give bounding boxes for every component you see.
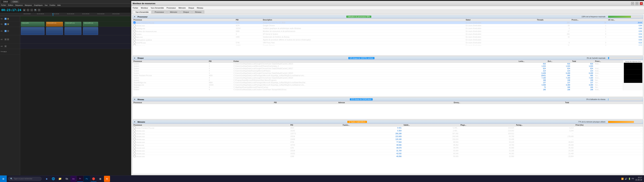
proc-check-7[interactable] — [134, 42, 136, 44]
processor-row-6[interactable]: Interruptions système - Appels de procéd… — [132, 38, 643, 41]
processor-row-0[interactable]: Adobe Premiere Pro.exe 4500 Adobe Premie… — [132, 21, 643, 24]
rm-menu-fichier[interactable]: Fichier — [133, 7, 138, 9]
tool-select[interactable]: ↔ — [30, 9, 33, 12]
search-input[interactable] — [14, 178, 40, 180]
track-btn-v2-lock[interactable]: 🔒 — [7, 18, 9, 20]
rm-menu-reseau[interactable]: Réseau — [197, 7, 203, 9]
clip-a1-1[interactable] — [21, 27, 44, 35]
menu-edition[interactable]: Édition — [8, 4, 13, 6]
track-btn-a1-m[interactable]: M — [4, 30, 6, 32]
rm-menu-vue[interactable]: Vue d'ensemble — [151, 7, 164, 9]
mem-col-proc[interactable]: Processus — [132, 124, 289, 126]
mem-check-6[interactable] — [134, 144, 136, 146]
processor-row-7[interactable]: VmVP95.exe 5740 VMI Proxy Host En cours … — [132, 41, 643, 44]
start-button[interactable]: ⊞ — [0, 176, 7, 182]
tool-zoom[interactable]: 🔍 — [34, 9, 37, 12]
memory-row-6[interactable]: Teams.exe 10704 49,566 48,352 19,760 35,… — [132, 144, 643, 146]
rm-minimize-btn[interactable]: ─ — [631, 2, 634, 5]
rm-menu-moniteur[interactable]: Moniteur — [141, 7, 148, 9]
menu-graphiques[interactable]: Graphiques — [34, 4, 42, 6]
disk-row-3[interactable]: System 4 C:\Users\God\AppData\Roaming\Mi… — [132, 70, 623, 72]
tab-c0010[interactable]: C0010 — [1, 0, 10, 3]
rm-menu-memoire[interactable]: Mémoire — [178, 7, 186, 9]
memory-row-4[interactable]: chrome.exe 10468 120,160 156,624 23,408 … — [132, 138, 643, 141]
rm-tab-processor[interactable]: Processeur — [152, 10, 167, 14]
mem-col-range[interactable]: Plage... — [459, 124, 515, 126]
memory-row-3[interactable]: chrome.exe 15536 222,609 240,540 63,700 … — [132, 135, 643, 138]
proc-check-6[interactable] — [134, 38, 136, 40]
menu-fichier[interactable]: Fichier — [1, 4, 6, 6]
proc-check-4[interactable] — [134, 33, 136, 35]
disk-row-8[interactable]: SkypeBridge.exe 9984 C:\Users\God\AppDat… — [132, 81, 623, 84]
mem-col-faults[interactable]: Fautes... — [342, 124, 402, 126]
taskbar-app-ae[interactable]: Ae — [70, 176, 76, 182]
memory-row-1[interactable]: chrome.exe 16292 0.354 2,483... 218,592 … — [132, 129, 643, 132]
disk-col-read[interactable]: Lectu... — [518, 60, 547, 63]
memory-row-10[interactable]: chrome.exe 2180 40,056 55,920 22,560 23,… — [132, 155, 643, 158]
tool-text[interactable]: T — [38, 9, 40, 12]
disk-row-0[interactable]: System 4 C:\Users\God\AppData\Local\Goog… — [132, 62, 623, 65]
taskbar-app-cortana[interactable]: ◉ — [44, 176, 50, 182]
clip-a1-3[interactable] — [64, 27, 81, 35]
disk-col-prio[interactable]: Priori... — [594, 60, 623, 63]
net-col-proc[interactable]: Processus — [132, 101, 273, 104]
disk-row-10[interactable]: System 4 C:\AppData\Roaming\Microsoft\Te… — [132, 86, 623, 88]
disk-row-6[interactable]: System 4 C:\Users\God\AppData\Local\Goog… — [132, 77, 623, 79]
disk-row-7[interactable]: System 4 C:\ProgramData\Microsoft\Window… — [132, 79, 623, 81]
clip-v1-1[interactable]: C0010.MP4 — [21, 22, 44, 26]
clip-a1-4[interactable] — [83, 27, 98, 35]
memory-section-header[interactable]: ▼ Mémoire 17 fautes matérielles/s 77% de… — [132, 120, 643, 124]
taskbar-app-store[interactable]: 🛍 — [64, 176, 70, 182]
clip-v1-2[interactable]: C0010.MP4 (V) — [46, 22, 63, 26]
memory-row-2[interactable]: chrome.exe 133772 200,268 307,592 329,91… — [132, 132, 643, 135]
processor-row-4[interactable]: System 4 NT Kernel & System En cours d'e… — [132, 33, 643, 36]
proc-col-desc[interactable]: Description — [262, 18, 465, 21]
disk-col-write[interactable]: Écri... — [547, 60, 571, 63]
disk-row-2[interactable]: System 4 C:\Users\God\AppData\Local\Goog… — [132, 67, 623, 70]
net-col-pid[interactable]: PID — [273, 101, 338, 104]
disk-table-container[interactable]: Processus PID Fichier Lectu... Écri... T… — [132, 60, 643, 90]
network-table-container[interactable]: Processus PID Adresse Envoy... Total — [132, 101, 643, 104]
memory-row-9[interactable]: chrome.exe 10252 42,532 65,540 49,392 22… — [132, 152, 643, 155]
rm-tab-network[interactable]: Réseau — [192, 10, 204, 14]
menu-vue[interactable]: Vue — [44, 4, 48, 6]
processor-section-header[interactable]: ▼ Processeur Utilisation du processeur 6… — [132, 15, 643, 18]
clip-v1-3[interactable]: C0010.MP4 (V) — [64, 22, 81, 26]
tab-c0026[interactable]: C0026 — [11, 0, 19, 3]
proc-col-name[interactable]: Processus — [132, 18, 235, 21]
disk-row-5[interactable]: Adobe Premiere Pro.exe 4500 C:\Users\God… — [132, 74, 623, 77]
mem-check-2[interactable] — [134, 132, 136, 134]
net-col-send[interactable]: Envoy... — [453, 101, 564, 104]
proc-check-2[interactable] — [134, 27, 136, 29]
track-content-area[interactable]: C0010.MP4 C0010.MP4 (V) C0010.MP4 (V) C0… — [20, 16, 131, 178]
menu-fenetre[interactable]: Fenêtre — [50, 4, 55, 6]
proc-col-status[interactable]: Statut — [465, 18, 536, 21]
disk-row-4[interactable]: System 4 C:\Users\God\AppData\Local\Goog… — [132, 72, 623, 74]
disk-col-proc[interactable]: Processus — [132, 60, 208, 63]
disk-col-pid[interactable]: PID — [208, 60, 232, 63]
clip-v1-4[interactable]: C0010.MP4 (V) — [83, 22, 98, 26]
rm-menu-disque[interactable]: Disque — [188, 7, 194, 9]
proc-col-proc[interactable]: Proces... — [570, 18, 607, 21]
taskbar-app-explorer[interactable]: 📁 — [57, 176, 63, 182]
mem-col-pid[interactable]: PID — [289, 124, 342, 126]
proc-check-0[interactable] — [134, 22, 136, 24]
mem-col-validated[interactable]: Validé... — [402, 124, 459, 126]
mem-check-0[interactable] — [134, 127, 136, 129]
mem-check-5[interactable] — [134, 141, 136, 143]
rm-close-btn[interactable]: ✕ — [640, 2, 643, 5]
track-btn-a1-s[interactable]: S — [7, 30, 9, 32]
processor-row-8[interactable]: chrome.exe 10468 Google Chrome En cours … — [132, 44, 643, 46]
track-btn-a2-s[interactable]: S — [7, 38, 9, 40]
disk-row-1[interactable]: System 4 C:\Users\God\AppData\Local\Micr… — [132, 65, 623, 67]
rm-tab-disk[interactable]: Disque — [180, 10, 192, 14]
processor-row-1[interactable]: chrome.exe 9276 Google Chrome En cours d… — [132, 24, 643, 27]
taskbar-app-ai[interactable]: Ai — [104, 176, 110, 182]
disk-col-total[interactable]: Total — [571, 60, 594, 63]
proc-col-uc[interactable]: UC mo... — [607, 18, 643, 21]
timecode-display[interactable]: 00:23:17:24 — [1, 8, 21, 12]
mem-check-7[interactable] — [134, 146, 136, 148]
memory-row-8[interactable]: chrome.exe 15536 31,704 53,404 31,168 24… — [132, 149, 643, 152]
proc-check-3[interactable] — [134, 30, 136, 32]
taskbar-app-ps[interactable]: Ps — [84, 176, 90, 182]
